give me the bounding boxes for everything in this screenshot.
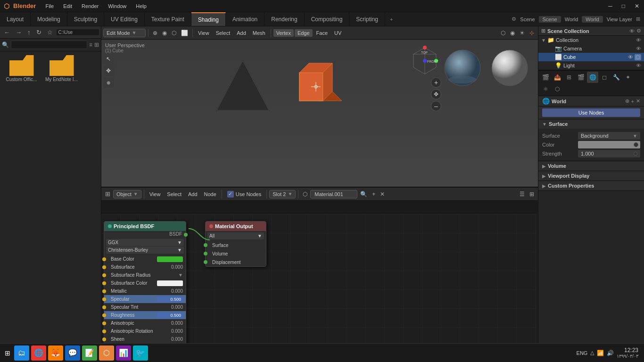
mesh-btn[interactable]: Mesh	[250, 29, 268, 37]
viewport-display-header[interactable]: ▶ Viewport Display	[538, 171, 644, 181]
ne-node-btn[interactable]: Node	[201, 190, 219, 198]
taskbar-icon-8[interactable]: 🐦	[133, 346, 148, 361]
nav-cube-svg[interactable]: TOP FRONT	[408, 44, 441, 77]
select-tool-icon[interactable]: ↖	[103, 54, 114, 64]
view-layer-icon[interactable]: ⊞	[636, 16, 640, 22]
taskbar-icon-4[interactable]: 💬	[65, 346, 80, 361]
add-workspace-tab[interactable]: +	[385, 12, 397, 26]
prop-icon-scene[interactable]: 🎬	[575, 72, 586, 83]
ne-add-btn[interactable]: Add	[185, 190, 200, 198]
surface-section-header[interactable]: ▼ Surface	[538, 119, 644, 129]
mat-out-all-dropdown[interactable]: All▼	[207, 232, 264, 239]
file-item-2[interactable]: My EndNote I...	[44, 55, 79, 82]
material-del[interactable]: ✕	[378, 190, 387, 198]
taskbar-icon-2[interactable]: 🌐	[31, 346, 46, 361]
world-del-icon[interactable]: ✕	[636, 98, 640, 104]
row-sub-color[interactable]: Subsurface Color	[104, 279, 186, 287]
scene-collection-eye-icon[interactable]: 👁	[629, 28, 635, 34]
viewport-3d[interactable]: User Perspective (1) Cube	[101, 40, 538, 188]
menu-render[interactable]: Render	[77, 2, 103, 10]
color-swatch-green[interactable]	[157, 256, 183, 262]
row-sub-radius[interactable]: Subsurface Radius ▼	[104, 271, 186, 279]
cube-eye-icon[interactable]: 👁	[628, 54, 633, 60]
material-browse[interactable]: 🔍	[358, 190, 369, 198]
use-nodes-button[interactable]: Use Nodes	[542, 108, 640, 117]
menu-edit[interactable]: Edit	[58, 2, 77, 10]
grab-tool-icon[interactable]: ✥	[103, 66, 114, 76]
filter-icon[interactable]: ≡	[89, 41, 92, 48]
menu-file[interactable]: File	[41, 2, 58, 10]
ne-view-btn[interactable]: View	[147, 190, 164, 198]
vertex-btn[interactable]: Vertex	[273, 29, 294, 37]
row-metallic[interactable]: Metallic 0.000	[104, 287, 186, 295]
tab-compositing[interactable]: Compositing	[305, 12, 350, 26]
start-button[interactable]: ⊞	[2, 348, 13, 358]
taskbar-icon-7[interactable]: 📊	[116, 346, 131, 361]
select-btn[interactable]: Select	[213, 29, 233, 37]
material-icon[interactable]: ⬡	[301, 190, 309, 198]
prop-icon-world[interactable]: 🌐	[587, 72, 598, 83]
nav-forward-icon[interactable]: →	[14, 28, 24, 37]
collection-eye-icon[interactable]: 👁	[636, 37, 641, 43]
grid-view-icon[interactable]: ⊞	[94, 41, 99, 48]
prop-icon-physics[interactable]: ⚛	[540, 83, 551, 95]
menu-window[interactable]: Window	[103, 2, 131, 10]
nav-refresh-icon[interactable]: ↻	[34, 28, 43, 37]
taskbar-icon-1[interactable]: 🗂	[14, 346, 29, 361]
nav-up-icon[interactable]: ↑	[25, 28, 33, 37]
node-canvas[interactable]: Material.001 Principled BSDF BSDF GGX▼	[101, 214, 538, 361]
workspace-icon[interactable]: ⚙	[512, 16, 516, 22]
material-new[interactable]: +	[370, 190, 377, 198]
tab-modeling[interactable]: Modeling	[31, 12, 67, 26]
collection-expand-icon[interactable]: ▼	[541, 38, 546, 43]
taskbar-icon-5[interactable]: 📝	[82, 346, 97, 361]
tab-rendering[interactable]: Rendering	[264, 12, 304, 26]
global-options-icon[interactable]: ⊕	[151, 29, 159, 37]
light-eye-icon[interactable]: 👁	[636, 63, 641, 68]
show-gizmo-icon[interactable]: ⊹	[528, 29, 536, 37]
tray-up-icon[interactable]: △	[590, 350, 594, 356]
menu-help[interactable]: Help	[131, 2, 151, 10]
color-field[interactable]	[578, 141, 640, 148]
ggx-dropdown[interactable]: GGX▼	[106, 239, 184, 246]
node-object-dropdown[interactable]: Object▼	[113, 190, 141, 198]
sc-item-cube[interactable]: ⬜ Cube 👁 ⬡	[538, 53, 644, 61]
node-editor-icon[interactable]: ⊞	[103, 189, 112, 198]
uv-btn[interactable]: UV	[331, 29, 344, 37]
face-btn[interactable]: Face	[314, 29, 330, 37]
row-anisotropic[interactable]: Anisotropic 0.000	[104, 319, 186, 327]
sc-item-light[interactable]: 💡 Light 👁	[538, 61, 644, 70]
node-material-output[interactable]: Material Output All▼ Surface Volume	[205, 221, 266, 267]
wireframe-icon[interactable]: ⬡	[170, 29, 178, 37]
taskbar-icon-3[interactable]: 🦊	[48, 346, 63, 361]
prop-icon-view-layer[interactable]: ⊞	[563, 72, 575, 83]
use-nodes-toggle[interactable]: ✓ Use Nodes	[224, 190, 264, 198]
row-aniso-rotation[interactable]: Anisotropic Rotation 0.000	[104, 327, 186, 335]
rendered-icon[interactable]: ☀	[518, 29, 527, 37]
row-mat-surface[interactable]: Surface	[206, 241, 266, 249]
window-close[interactable]: ✕	[630, 3, 644, 9]
row-specular[interactable]: Specular 0.500	[104, 295, 186, 303]
pan-icon[interactable]: ✥	[431, 89, 441, 99]
path-bar[interactable]: C:\Use	[57, 29, 99, 35]
prop-icon-material[interactable]: ⬡	[552, 83, 563, 95]
row-mat-displacement[interactable]: Displacement	[206, 258, 266, 266]
tab-shading[interactable]: Shading	[191, 12, 226, 26]
node-principled-bsdf[interactable]: Principled BSDF BSDF GGX▼ Christensen-Bu…	[104, 221, 186, 361]
scene-collection-options-icon[interactable]: ⚙	[636, 28, 641, 34]
world-new-icon[interactable]: +	[631, 99, 634, 104]
solid-icon[interactable]: ⬜	[179, 29, 190, 37]
sc-item-camera[interactable]: 📷 Camera 👁	[538, 44, 644, 53]
window-minimize[interactable]: ─	[603, 3, 617, 9]
tab-sculpting[interactable]: Sculpting	[67, 12, 104, 26]
taskbar-icon-6[interactable]: ⬡	[99, 346, 114, 361]
prop-icon-object[interactable]: ◻	[599, 72, 610, 83]
tray-wifi-icon[interactable]: 📶	[597, 350, 604, 356]
sc-item-collection[interactable]: ▼ 📁 Collection 👁	[538, 36, 644, 44]
slot-dropdown[interactable]: Slot 2▼	[269, 190, 296, 198]
row-base-color[interactable]: Base Color	[104, 255, 186, 263]
surface-type-dropdown[interactable]: Background ▼	[578, 132, 640, 140]
solid-shading-icon[interactable]: ⬡	[499, 29, 507, 37]
tab-animation[interactable]: Animation	[226, 12, 264, 26]
cursor-icon[interactable]: ⊕	[103, 77, 114, 88]
